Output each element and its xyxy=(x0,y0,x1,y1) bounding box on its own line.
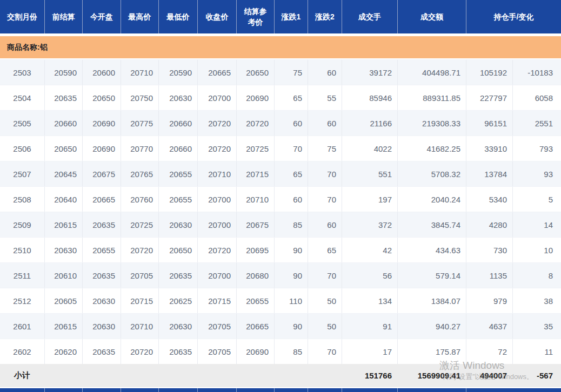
cell-oi-change: 5 xyxy=(512,187,561,212)
cell-open: 20635 xyxy=(82,263,121,288)
next-header-cell xyxy=(0,388,44,392)
cell-oi-change: 38 xyxy=(512,288,561,313)
table-body: 2503205902060020710205902066520650756039… xyxy=(0,59,561,364)
table-row: 2511206102063520705206352070020680907056… xyxy=(0,262,561,288)
next-header-cell xyxy=(236,388,274,392)
cell-oi-change: 2551 xyxy=(512,111,561,136)
next-header-cell xyxy=(121,388,158,392)
cell-change1: 110 xyxy=(274,288,308,313)
cell-volume: 4022 xyxy=(342,136,397,161)
cell-change2: 60 xyxy=(308,111,342,136)
next-header-cell xyxy=(44,388,82,392)
next-header-cell xyxy=(197,388,236,392)
cell-change1: 90 xyxy=(274,314,308,339)
cell-open: 20600 xyxy=(82,60,121,85)
subtotal-low xyxy=(158,364,197,387)
header-cell-prev-settlement: 前结算 xyxy=(44,0,82,33)
header-cell-high: 最高价 xyxy=(121,0,158,33)
header-cell-turnover: 成交额 xyxy=(397,0,466,33)
cell-settlement-ref: 20695 xyxy=(236,238,274,262)
table-row: 2510206302065520720206502072020695906542… xyxy=(0,237,561,262)
cell-month: 2601 xyxy=(0,314,44,339)
subtotal-close xyxy=(197,364,236,387)
cell-volume: 91 xyxy=(342,314,397,339)
cell-oi-change: 10 xyxy=(512,238,561,262)
cell-prev-settlement: 20660 xyxy=(44,111,82,136)
cell-change2: 65 xyxy=(308,238,342,262)
cell-volume: 39172 xyxy=(342,60,397,85)
cell-prev-settlement: 20630 xyxy=(44,238,82,262)
cell-turnover: 889311.85 xyxy=(397,85,466,110)
cell-high: 20710 xyxy=(121,314,158,339)
subtotal-open xyxy=(82,364,121,387)
cell-close: 20715 xyxy=(197,288,236,313)
cell-change1: 60 xyxy=(274,187,308,212)
cell-open: 20665 xyxy=(82,187,121,212)
cell-prev-settlement: 20650 xyxy=(44,136,82,161)
cell-month: 2505 xyxy=(0,111,44,136)
cell-oi-change: 6058 xyxy=(512,85,561,110)
cell-low: 20660 xyxy=(158,136,197,161)
cell-low: 20655 xyxy=(158,161,197,186)
cell-open-interest: 227797 xyxy=(466,85,512,110)
cell-prev-settlement: 20640 xyxy=(44,187,82,212)
subtotal-volume: 151766 xyxy=(342,364,397,387)
cell-open-interest: 72 xyxy=(466,339,512,364)
cell-open: 20630 xyxy=(82,288,121,313)
cell-prev-settlement: 20615 xyxy=(44,212,82,237)
cell-close: 20700 xyxy=(197,85,236,110)
header-cell-change2: 涨跌2 xyxy=(308,0,342,33)
cell-oi-change: 11 xyxy=(512,339,561,364)
cell-settlement-ref: 20650 xyxy=(236,60,274,85)
subtotal-settlement-ref xyxy=(236,364,274,387)
cell-volume: 134 xyxy=(342,288,397,313)
cell-change1: 90 xyxy=(274,263,308,288)
next-header-cell xyxy=(274,388,308,392)
cell-volume: 197 xyxy=(342,187,397,212)
cell-open-interest: 105192 xyxy=(466,60,512,85)
subtotal-open-interest: 494007 xyxy=(466,364,512,387)
table-row: 2505206602069020775206602072020720606021… xyxy=(0,110,561,136)
cell-open-interest: 730 xyxy=(466,238,512,262)
cell-close: 20665 xyxy=(197,60,236,85)
cell-open: 20630 xyxy=(82,314,121,339)
cell-oi-change: 35 xyxy=(512,314,561,339)
cell-low: 20650 xyxy=(158,238,197,262)
table-row: 2602206202063520720206352070520690857017… xyxy=(0,339,561,364)
cell-high: 20770 xyxy=(121,136,158,161)
table-row: 2503205902060020710205902066520650756039… xyxy=(0,59,561,85)
cell-change2: 50 xyxy=(308,314,342,339)
cell-open-interest: 4280 xyxy=(466,212,512,237)
cell-turnover: 219308.33 xyxy=(397,111,466,136)
header-cell-open: 今开盘 xyxy=(82,0,121,33)
cell-low: 20590 xyxy=(158,60,197,85)
cell-month: 2510 xyxy=(0,238,44,262)
cell-high: 20750 xyxy=(121,85,158,110)
cell-high: 20705 xyxy=(121,263,158,288)
cell-settlement-ref: 20655 xyxy=(236,288,274,313)
futures-quotes-page: 交割月份前结算今开盘最高价最低价收盘价结算参 考价涨跌1涨跌2成交手成交额持仓手… xyxy=(0,0,561,392)
cell-change1: 65 xyxy=(274,85,308,110)
cell-high: 20765 xyxy=(121,161,158,186)
cell-open: 20635 xyxy=(82,339,121,364)
header-cell-close: 收盘价 xyxy=(197,0,236,33)
header-cell-volume: 成交手 xyxy=(342,0,397,33)
next-header-cell xyxy=(466,388,561,392)
next-header-cell xyxy=(342,388,397,392)
cell-close: 20720 xyxy=(197,136,236,161)
table-row: 2504206352065020750206302070020690655585… xyxy=(0,85,561,110)
cell-settlement-ref: 20680 xyxy=(236,263,274,288)
subtotal-prev-settlement xyxy=(44,364,82,387)
subtotal-change1 xyxy=(274,364,308,387)
cell-open-interest: 4637 xyxy=(466,314,512,339)
table-row: 2507206452067520765206552071020715657055… xyxy=(0,161,561,186)
cell-turnover: 579.14 xyxy=(397,263,466,288)
cell-close: 20720 xyxy=(197,111,236,136)
cell-oi-change: 8 xyxy=(512,263,561,288)
cell-prev-settlement: 20590 xyxy=(44,60,82,85)
cell-high: 20725 xyxy=(121,212,158,237)
header-cell-delivery-month: 交割月份 xyxy=(0,0,44,33)
table-row: 2512206052063020715206252071520655110501… xyxy=(0,288,561,313)
cell-change1: 90 xyxy=(274,238,308,262)
cell-low: 20635 xyxy=(158,339,197,364)
